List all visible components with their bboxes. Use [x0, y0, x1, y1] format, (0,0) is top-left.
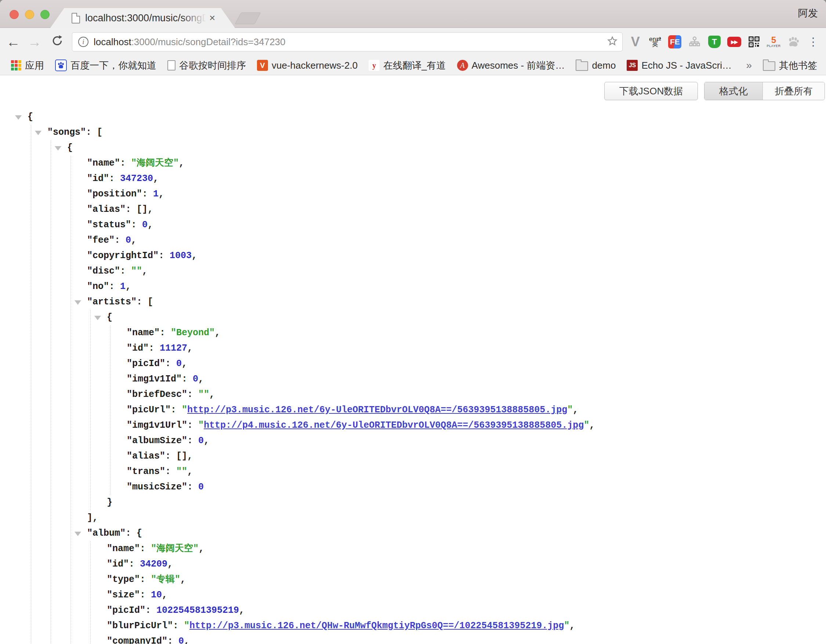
json-key: "fee" — [87, 235, 115, 246]
json-key: "albumSize" — [127, 436, 187, 446]
tab-close-icon[interactable]: × — [209, 8, 215, 28]
vue-glyph: V — [631, 34, 640, 50]
json-key: "name" — [87, 158, 120, 169]
bookmark-vue-hackernews[interactable]: V vue-hackernews-2.0 — [257, 60, 357, 71]
json-line: ], — [0, 511, 826, 526]
close-window-button[interactable] — [9, 10, 19, 19]
json-punct: } — [107, 497, 112, 508]
bookmark-awesomes[interactable]: A Awesomes - 前端资… — [457, 59, 565, 72]
fe-extension-icon[interactable]: FE — [668, 35, 682, 49]
reload-icon — [51, 34, 64, 47]
json-value: " — [184, 621, 189, 631]
json-value: " — [567, 405, 573, 415]
json-key: "id" — [127, 343, 149, 354]
json-punct: : — [158, 250, 169, 261]
url-text[interactable]: localhost:3000/music/songDetail?ids=3472… — [94, 36, 607, 48]
profile-name[interactable]: 阿发 — [798, 6, 818, 20]
json-value: " — [584, 420, 589, 431]
json-value: 0 — [176, 358, 182, 369]
reload-button[interactable] — [49, 34, 65, 50]
download-json-button[interactable]: 下载JSON数据 — [604, 82, 698, 100]
json-key: "picUrl" — [127, 405, 171, 415]
json-punct: : — [109, 173, 120, 184]
json-url-link[interactable]: http://p4.music.126.net/6y-UleORITEDbvrO… — [204, 420, 584, 431]
extensions-row: V en⇄英 FE T ▶▶ 5 — [623, 28, 826, 56]
json-key: "blurPicUrl" — [107, 621, 173, 631]
tampermonkey-extension-icon[interactable]: T — [707, 35, 721, 49]
json-punct: : [], — [126, 204, 153, 215]
json-punct: : — [160, 327, 171, 338]
bookmark-baidu[interactable]: 百度一下，你就知道 — [55, 59, 157, 72]
translate-extension-icon[interactable]: en⇄英 — [648, 35, 662, 49]
bookmark-label: 百度一下，你就知道 — [70, 59, 157, 72]
browser-menu-icon[interactable]: ⋮ — [806, 35, 820, 49]
json-punct: : — [187, 436, 198, 446]
qr-code-extension-icon[interactable] — [747, 35, 761, 49]
new-tab-button[interactable] — [234, 12, 261, 24]
json-value: "" — [131, 266, 142, 276]
bookmark-label: 谷歌按时间排序 — [179, 59, 246, 72]
json-punct: , — [126, 281, 131, 292]
json-url-link[interactable]: http://p3.music.126.net/QHw-RuMwfQkmgtiy… — [189, 621, 564, 631]
bookmark-label: demo — [592, 60, 616, 71]
collapse-triangle-icon[interactable] — [75, 532, 81, 536]
address-bar[interactable]: i localhost:3000/music/songDetail?ids=34… — [72, 32, 623, 51]
json-line: "artists": [ — [0, 295, 826, 310]
bookmark-star-icon[interactable] — [607, 36, 618, 48]
json-punct: : — [171, 405, 182, 415]
page-info-icon[interactable]: i — [78, 37, 88, 47]
json-key: "no" — [87, 281, 109, 292]
bookmark-youdao[interactable]: y 在线翻译_有道 — [369, 59, 446, 72]
baidu-paw-icon — [55, 59, 67, 71]
json-punct: : — [165, 358, 176, 369]
zoom-window-button[interactable] — [40, 10, 50, 19]
paw-glyph — [787, 36, 800, 48]
view-mode-segmented-control: 格式化 折叠所有 — [704, 82, 825, 100]
other-bookmarks-folder[interactable]: 其他书签 — [763, 59, 817, 72]
youdao-icon: y — [369, 60, 380, 71]
toolbar: ← → i localhost:3000/music/songDetail?id… — [0, 28, 826, 56]
json-key: "musicSize" — [127, 482, 187, 492]
json-value: "海阔天空" — [131, 158, 179, 169]
json-url-link[interactable]: http://p3.music.126.net/6y-UleORITEDbvrO… — [187, 405, 567, 415]
back-button[interactable]: ← — [5, 34, 21, 49]
json-value: 10 — [151, 590, 162, 600]
collapse-triangle-icon[interactable] — [15, 115, 22, 120]
json-punct: , — [198, 374, 204, 385]
json-punct: , — [182, 358, 187, 369]
minimize-window-button[interactable] — [25, 10, 34, 19]
forward-button: → — [26, 34, 43, 49]
json-punct: , — [215, 327, 220, 338]
json-punct: , — [209, 389, 215, 400]
format-button[interactable]: 格式化 — [705, 82, 762, 100]
bookmarks-overflow-chevron[interactable]: » — [746, 59, 752, 71]
apps-shortcut[interactable]: 应用 — [11, 59, 44, 72]
json-value: 0 — [198, 436, 204, 446]
browser-tab[interactable]: localhost:3000/music/songDet × — [50, 8, 235, 28]
json-line: "picId": 102254581395219, — [0, 603, 826, 618]
json-key: "picId" — [127, 358, 165, 369]
sitemap-extension-icon[interactable] — [688, 35, 702, 49]
bookmark-echojs[interactable]: JS Echo JS - JavaScri… — [627, 60, 732, 71]
collapse-all-button[interactable]: 折叠所有 — [762, 82, 824, 100]
collapse-triangle-icon[interactable] — [94, 316, 101, 320]
bookmark-demo-folder[interactable]: demo — [576, 60, 616, 71]
json-value: "海阔天空" — [151, 543, 199, 554]
paw-extension-icon[interactable] — [786, 35, 800, 49]
json-key: "trans" — [127, 466, 165, 477]
collapse-triangle-icon[interactable] — [75, 300, 81, 305]
html5-player-extension-icon[interactable]: 5 PLAYER — [767, 35, 781, 49]
json-punct: , — [168, 559, 173, 570]
browser-window: localhost:3000/music/songDet × 阿发 ← → i … — [0, 0, 826, 644]
json-value: 1003 — [169, 250, 192, 261]
json-punct: : — [187, 389, 198, 400]
json-key: "companyId" — [107, 636, 168, 644]
collapse-triangle-icon[interactable] — [35, 131, 42, 135]
json-punct: : [], — [165, 451, 193, 461]
video-speed-extension-icon[interactable]: ▶▶ — [727, 35, 741, 49]
bookmark-google-sort[interactable]: 谷歌按时间排序 — [168, 59, 246, 72]
vue-devtools-extension-icon[interactable]: V — [629, 35, 643, 49]
json-line: "musicSize": 0 — [0, 480, 826, 495]
collapse-triangle-icon[interactable] — [55, 146, 61, 151]
echojs-icon: JS — [627, 60, 638, 71]
